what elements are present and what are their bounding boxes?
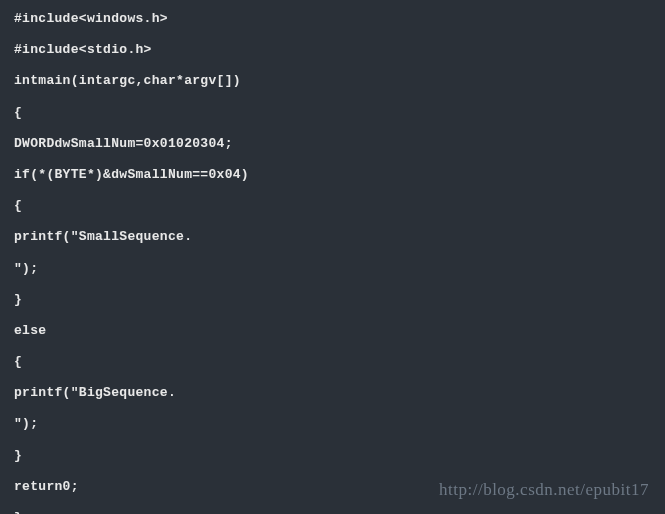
code-line: ");: [14, 415, 651, 433]
code-line: printf("BigSequence.: [14, 384, 651, 402]
code-line: }: [14, 291, 651, 309]
code-line: }: [14, 447, 651, 465]
code-line: #include<stdio.h>: [14, 41, 651, 59]
code-line: {: [14, 353, 651, 371]
code-line: DWORDdwSmallNum=0x01020304;: [14, 135, 651, 153]
watermark-text: http://blog.csdn.net/epubit17: [439, 480, 649, 500]
code-line: if(*(BYTE*)&dwSmallNum==0x04): [14, 166, 651, 184]
code-line: printf("SmallSequence.: [14, 228, 651, 246]
code-line: #include<windows.h>: [14, 10, 651, 28]
code-block: #include<windows.h> #include<stdio.h> in…: [0, 0, 665, 514]
code-line: else: [14, 322, 651, 340]
code-line: ");: [14, 260, 651, 278]
code-line: {: [14, 197, 651, 215]
code-line: {: [14, 104, 651, 122]
code-line: }: [14, 509, 651, 514]
code-line: intmain(intargc,char*argv[]): [14, 72, 651, 90]
